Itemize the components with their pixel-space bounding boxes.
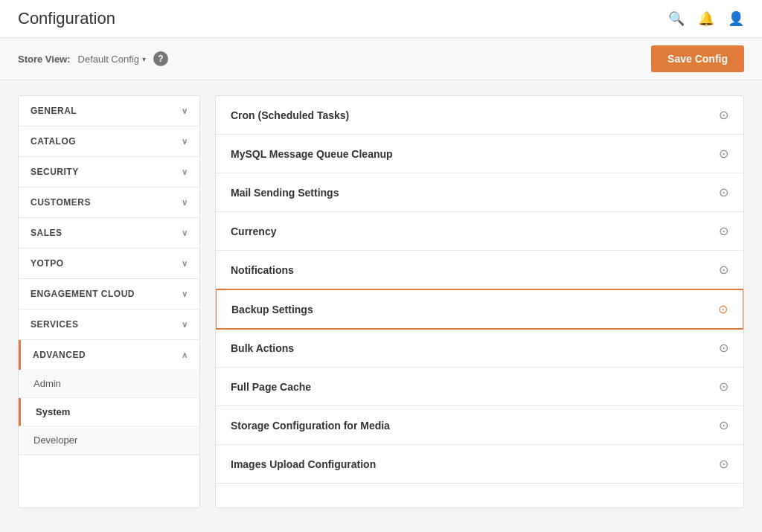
- chevron-up-icon: ∧: [182, 350, 188, 360]
- sidebar-item-engagement-cloud-header[interactable]: ENGAGEMENT CLOUD ∨: [19, 279, 199, 309]
- sidebar-item-catalog-label: CATALOG: [31, 136, 76, 147]
- sidebar-item-customers-header[interactable]: CUSTOMERS ∨: [19, 188, 199, 217]
- save-config-button[interactable]: Save Config: [651, 45, 744, 72]
- content-item-images[interactable]: Images Upload Configuration ⊙: [216, 445, 743, 484]
- content-area: Cron (Scheduled Tasks) ⊙ MySQL Message Q…: [215, 95, 744, 508]
- store-view-label: Store View:: [18, 54, 71, 65]
- sidebar-sub-item-admin[interactable]: Admin: [19, 370, 199, 398]
- sidebar-item-customers: CUSTOMERS ∨: [19, 188, 199, 218]
- sidebar-item-sales-header[interactable]: SALES ∨: [19, 218, 199, 248]
- sidebar-item-sales-label: SALES: [31, 228, 63, 238]
- expand-icon: ⊙: [719, 108, 729, 122]
- expand-icon: ⊙: [718, 302, 728, 316]
- sidebar-item-services: SERVICES ∨: [19, 310, 199, 340]
- sidebar-item-catalog-header[interactable]: CATALOG ∨: [19, 126, 199, 156]
- chevron-down-icon: ∨: [182, 167, 188, 177]
- header-icons: 🔍 🔔 👤: [668, 10, 744, 27]
- top-header: Configuration 🔍 🔔 👤: [0, 0, 762, 38]
- content-item-currency[interactable]: Currency ⊙: [216, 212, 743, 251]
- expand-icon: ⊙: [719, 185, 729, 199]
- chevron-down-icon: ▾: [142, 55, 146, 63]
- expand-icon: ⊙: [719, 341, 729, 355]
- search-icon[interactable]: 🔍: [668, 10, 685, 27]
- chevron-down-icon: ∨: [182, 228, 188, 238]
- chevron-down-icon: ∨: [182, 289, 188, 299]
- expand-icon: ⊙: [719, 147, 729, 161]
- sidebar-item-general-header[interactable]: GENERAL ∨: [19, 96, 199, 126]
- sidebar-item-security-header[interactable]: SECURITY ∨: [19, 157, 199, 187]
- content-item-backup[interactable]: Backup Settings ⊙: [215, 289, 744, 330]
- help-icon[interactable]: ?: [153, 51, 168, 66]
- content-item-mysql[interactable]: MySQL Message Queue Cleanup ⊙: [216, 135, 743, 173]
- sidebar-item-catalog: CATALOG ∨: [19, 126, 199, 157]
- sidebar-item-yotpo: YOTPO ∨: [19, 249, 199, 279]
- content-item-cron[interactable]: Cron (Scheduled Tasks) ⊙: [216, 96, 743, 135]
- sidebar-item-services-label: SERVICES: [31, 319, 78, 330]
- sidebar-item-advanced: ADVANCED ∧ Admin System Developer: [19, 340, 199, 455]
- chevron-down-icon: ∨: [182, 106, 188, 116]
- sidebar-item-engagement-cloud-label: ENGAGEMENT CLOUD: [31, 289, 135, 299]
- sidebar-item-security-label: SECURITY: [31, 167, 79, 177]
- expand-icon: ⊙: [719, 418, 729, 432]
- content-item-notifications[interactable]: Notifications ⊙: [216, 251, 743, 289]
- sidebar-sub-item-system[interactable]: System: [19, 398, 199, 426]
- sidebar-sub-item-developer[interactable]: Developer: [19, 426, 199, 455]
- expand-icon: ⊙: [719, 224, 729, 238]
- sidebar-item-advanced-label: ADVANCED: [33, 350, 86, 360]
- content-item-fullpage[interactable]: Full Page Cache ⊙: [216, 368, 743, 406]
- sidebar-item-security: SECURITY ∨: [19, 157, 199, 188]
- content-item-bulk[interactable]: Bulk Actions ⊙: [216, 329, 743, 368]
- user-icon[interactable]: 👤: [728, 10, 744, 27]
- expand-icon: ⊙: [719, 379, 729, 394]
- store-view-bar: Store View: Default Config ▾ ? Save Conf…: [0, 38, 762, 80]
- sidebar: GENERAL ∨ CATALOG ∨ SECURITY ∨ CUSTOMERS…: [18, 95, 200, 508]
- sidebar-item-customers-label: CUSTOMERS: [31, 197, 91, 208]
- page-title: Configuration: [18, 9, 115, 28]
- chevron-down-icon: ∨: [182, 259, 188, 269]
- sidebar-item-sales: SALES ∨: [19, 218, 199, 249]
- store-view-dropdown[interactable]: Default Config ▾: [78, 54, 146, 65]
- sidebar-advanced-sub: Admin System Developer: [19, 370, 199, 455]
- bell-icon[interactable]: 🔔: [698, 10, 714, 27]
- chevron-down-icon: ∨: [182, 198, 188, 208]
- content-item-storage[interactable]: Storage Configuration for Media ⊙: [216, 406, 743, 445]
- chevron-down-icon: ∨: [182, 320, 188, 330]
- expand-icon: ⊙: [719, 457, 729, 471]
- content-item-mail[interactable]: Mail Sending Settings ⊙: [216, 173, 743, 212]
- sidebar-item-services-header[interactable]: SERVICES ∨: [19, 310, 199, 339]
- main-layout: GENERAL ∨ CATALOG ∨ SECURITY ∨ CUSTOMERS…: [0, 80, 762, 523]
- sidebar-item-general: GENERAL ∨: [19, 96, 199, 126]
- sidebar-item-yotpo-label: YOTPO: [31, 258, 64, 269]
- store-view-left: Store View: Default Config ▾ ?: [18, 51, 168, 66]
- chevron-down-icon: ∨: [182, 137, 188, 147]
- store-view-value: Default Config: [78, 54, 139, 65]
- sidebar-item-advanced-header[interactable]: ADVANCED ∧: [19, 340, 199, 370]
- sidebar-item-engagement-cloud: ENGAGEMENT CLOUD ∨: [19, 279, 199, 310]
- sidebar-item-general-label: GENERAL: [31, 106, 77, 116]
- sidebar-item-yotpo-header[interactable]: YOTPO ∨: [19, 249, 199, 278]
- expand-icon: ⊙: [719, 263, 729, 277]
